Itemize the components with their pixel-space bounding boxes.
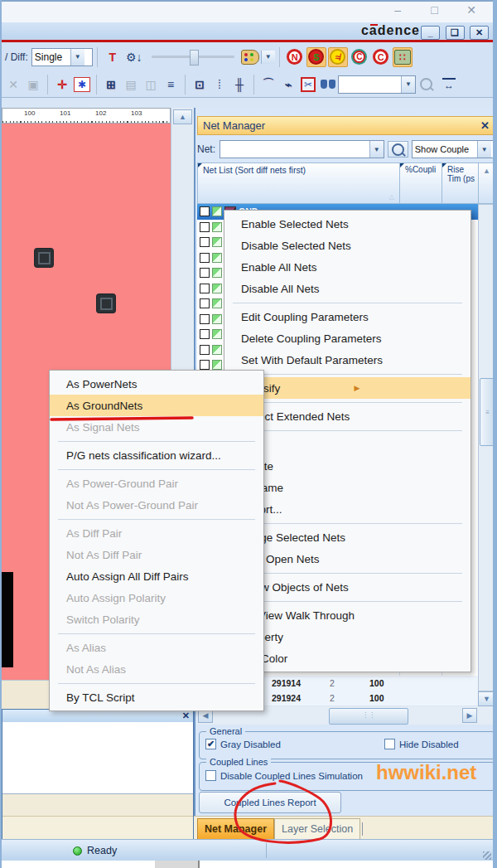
coupling-c-toggle[interactable]: C <box>350 47 369 67</box>
show-couple-select[interactable]: Show Couple ▼ <box>412 140 495 158</box>
component-chip[interactable] <box>35 249 53 267</box>
add-probe-icon[interactable]: ✛ <box>53 75 71 95</box>
classify-menu-item-as-alias[interactable]: As Alias <box>50 637 263 658</box>
classify-menu-item-switch-polarity[interactable]: Switch Polarity <box>50 609 263 630</box>
net-checkbox[interactable] <box>200 237 210 247</box>
context-menu-item-disable-selected-nets[interactable]: Disable Selected Nets <box>224 235 470 256</box>
os-minimize-button[interactable]: – <box>381 0 414 21</box>
add-window-icon[interactable]: ⊞ <box>102 75 120 95</box>
chevron-down-icon[interactable]: ▼ <box>369 141 384 158</box>
net-checkbox[interactable] <box>200 206 210 216</box>
net-enabled-icon[interactable] <box>212 360 222 370</box>
net-checkbox[interactable] <box>200 329 210 339</box>
checkbox-unchecked-icon[interactable] <box>205 770 216 781</box>
net-enabled-icon[interactable] <box>212 268 222 278</box>
context-menu-item-disable-all-nets[interactable]: Disable All Nets <box>224 278 470 299</box>
binoculars-search-icon[interactable] <box>319 75 337 95</box>
star-net-icon[interactable]: ✱ <box>73 75 91 95</box>
coupling-c2-toggle[interactable]: C <box>371 47 391 67</box>
net-list-vertical-scrollbar[interactable]: ≡ <box>478 204 495 691</box>
context-menu-item-delete-coupling-parameters[interactable]: Delete Coupling Parameters <box>224 327 470 349</box>
mdi-minimize-button[interactable]: _ <box>421 26 440 40</box>
zoom-slider-thumb[interactable] <box>190 50 199 65</box>
add-via-icon[interactable]: ⊡ <box>191 75 209 95</box>
split-view-icon[interactable]: ◫ <box>142 75 160 95</box>
delete-icon[interactable]: ✕ <box>4 75 22 95</box>
mdi-restore-button[interactable]: ❏ <box>446 26 465 40</box>
pair-edit-icon[interactable]: ╫ <box>230 75 248 95</box>
diff-mode-select[interactable]: Single ▼ <box>31 48 93 66</box>
testpoint-icon[interactable]: T <box>103 47 123 67</box>
scroll-down-icon[interactable]: ▼ <box>478 691 495 706</box>
classify-menu-item-p-g-nets-classification-wizard[interactable]: P/G nets classification wizard... <box>50 444 263 466</box>
component-chip[interactable] <box>97 294 115 313</box>
no-coupling-toggle[interactable]: ≉ <box>328 47 348 67</box>
classify-menu-item-by-tcl-script[interactable]: By TCL Script <box>50 686 263 708</box>
net-checkbox[interactable] <box>200 268 210 278</box>
net-checkbox[interactable] <box>200 222 210 232</box>
net-checkbox[interactable] <box>200 253 210 263</box>
os-maximize-button[interactable]: □ <box>418 0 451 21</box>
measure-ruler-icon[interactable]: ↔ <box>437 75 461 95</box>
column-header-netlist[interactable]: Net List (Sort diff nets first) △ <box>198 163 400 203</box>
net-enabled-icon[interactable] <box>212 284 222 293</box>
signal-toggle[interactable]: S <box>306 47 326 67</box>
classify-menu-item-auto-assign-all-diff-pairs[interactable]: Auto Assign All Diff Pairs <box>50 565 263 587</box>
chevron-down-icon[interactable]: ▼ <box>477 141 491 158</box>
net-enabled-icon[interactable] <box>212 222 222 232</box>
classify-menu-item-as-power-ground-pair[interactable]: As Power-Ground Pair <box>50 473 263 494</box>
classify-menu-item-not-as-alias[interactable]: Not As Alias <box>50 658 263 680</box>
checkbox-unchecked-icon[interactable] <box>384 739 395 749</box>
context-menu-item-set-with-default-parameters[interactable]: Set With Default Parameters <box>224 349 470 371</box>
stackup-icon[interactable]: ⁞ <box>210 75 229 95</box>
gear-icon[interactable]: ⚙↓ <box>124 47 144 67</box>
close-icon[interactable]: ✕ <box>480 119 490 132</box>
column-header-risetime[interactable]: Rise Tim (ps <box>442 163 479 203</box>
net-search-button[interactable] <box>388 141 408 158</box>
classify-menu-item-as-signal-nets[interactable]: As Signal Nets <box>50 416 263 438</box>
net-highlight-toggle[interactable]: N <box>285 47 305 67</box>
magnifier-icon[interactable] <box>417 75 435 95</box>
net-checkbox[interactable] <box>200 284 210 293</box>
disable-coupled-lines-checkbox[interactable]: Disable Coupled Lines Simulation <box>205 770 363 781</box>
net-checkbox[interactable] <box>200 314 210 324</box>
scroll-up-icon[interactable]: ▲ <box>173 109 192 124</box>
tab-net-manager[interactable]: Net Manager <box>197 818 274 839</box>
copy-icon[interactable]: ▣ <box>24 75 42 95</box>
context-menu-item-edit-coupling-parameters[interactable]: Edit Coupling Parameters <box>224 306 470 327</box>
close-icon[interactable]: ✕ <box>182 711 190 720</box>
scroll-up-icon[interactable]: ▲ <box>479 163 495 203</box>
classify-menu-item-as-diff-pair[interactable]: As Diff Pair <box>50 522 263 544</box>
classify-menu-item-not-as-power-ground-pair[interactable]: Not As Power-Ground Pair <box>50 494 263 516</box>
scrollbar-thumb[interactable]: ≡ <box>480 378 495 446</box>
coupled-lines-report-button[interactable]: Coupled Lines Report <box>199 792 341 813</box>
net-enabled-icon[interactable] <box>212 206 222 216</box>
net-enabled-icon[interactable] <box>212 253 222 263</box>
checkbox-checked-icon[interactable]: ✔ <box>205 739 216 749</box>
mdi-close-button[interactable]: ✕ <box>470 26 489 40</box>
hide-disabled-checkbox[interactable]: Hide Disabled <box>384 739 459 749</box>
pads-toggle[interactable]: ∷ <box>393 47 413 67</box>
cut-area-icon[interactable]: ✂ <box>299 75 317 95</box>
classify-menu-item-as-powernets[interactable]: As PowerNets <box>50 373 263 395</box>
net-enabled-icon[interactable] <box>212 237 222 247</box>
net-checkbox[interactable] <box>200 345 210 355</box>
chevron-down-icon[interactable]: ▼ <box>401 76 415 93</box>
scroll-right-icon[interactable]: ▶ <box>462 708 477 723</box>
palette-dropdown-icon[interactable]: ▼ <box>261 51 275 64</box>
zoom-slider[interactable] <box>152 56 234 58</box>
resize-grip[interactable] <box>483 851 491 860</box>
scrollbar-thumb[interactable]: ⋮⋮ <box>329 708 408 725</box>
classify-menu-item-auto-assign-polarity[interactable]: Auto Assign Polarity <box>50 587 263 609</box>
net-checkbox[interactable] <box>200 360 210 370</box>
gray-disabled-checkbox[interactable]: ✔ Gray Disabled <box>205 739 281 749</box>
os-close-button[interactable]: ✕ <box>455 0 488 21</box>
chevron-down-icon[interactable]: ▼ <box>70 49 84 65</box>
tab-layer-selection[interactable]: Layer Selection <box>274 818 360 839</box>
palette-icon[interactable] <box>241 50 259 65</box>
curve-probe-icon[interactable]: ⌁ <box>279 75 297 95</box>
net-enabled-icon[interactable] <box>212 345 222 355</box>
arc-probe-icon[interactable]: ⌒ <box>259 75 277 95</box>
net-enabled-icon[interactable] <box>212 298 222 308</box>
find-combobox[interactable]: ▼ <box>338 75 416 94</box>
